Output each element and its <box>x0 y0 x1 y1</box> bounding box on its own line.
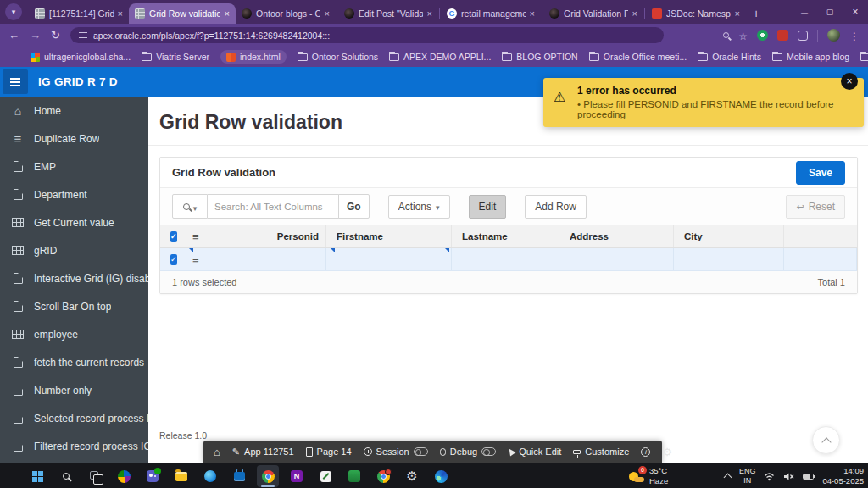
nav-menu-button[interactable] <box>3 69 28 94</box>
weather-widget[interactable]: 6 35°CHaze <box>629 466 668 486</box>
chrome-profile-button[interactable] <box>372 465 394 487</box>
zoom-icon[interactable] <box>723 32 729 38</box>
forward-button[interactable] <box>30 29 41 42</box>
clock[interactable]: 14:0904-05-2025 <box>822 466 864 486</box>
onenote-button[interactable] <box>286 465 308 487</box>
bookmark-folder[interactable]: Oracle Office meeti... <box>589 52 687 62</box>
search-input[interactable] <box>208 194 339 219</box>
back-button[interactable] <box>8 29 19 42</box>
profile-avatar[interactable] <box>827 29 840 42</box>
cell-address[interactable] <box>559 248 674 270</box>
sidebar-item-scrollbar-on-top[interactable]: Scroll Bar On top <box>0 292 148 320</box>
sidebar-item-selected-record[interactable]: Selected record process IG <box>0 404 148 432</box>
wifi-icon[interactable] <box>764 472 775 481</box>
cell-lastname[interactable] <box>452 248 559 270</box>
bookmark-folder[interactable]: Viatris Server <box>142 52 209 62</box>
sidebar-item-filtered-record[interactable]: Filtered record process IG <box>0 432 148 460</box>
extension-icon-green[interactable] <box>757 30 768 41</box>
browser-tab[interactable]: [112751:14] Grid Row <box>29 3 129 24</box>
settings-button[interactable] <box>401 465 423 487</box>
maximize-button[interactable] <box>817 0 843 24</box>
search-scope-button[interactable] <box>172 194 208 219</box>
tab-close-icon[interactable] <box>632 8 637 19</box>
actions-button[interactable]: Actions <box>388 195 450 219</box>
cell-city[interactable] <box>674 248 784 270</box>
add-row-button[interactable]: Add Row <box>525 195 587 219</box>
column-header-personid[interactable]: Personid <box>208 225 326 247</box>
minimize-button[interactable] <box>792 0 817 24</box>
sidebar-item-emp[interactable]: EMP <box>0 152 148 180</box>
sidebar-item-home[interactable]: Home <box>0 97 148 125</box>
address-bar[interactable]: apex.oracle.com/pls/apex/f?p=112751:14:6… <box>70 27 664 43</box>
alert-close-icon[interactable] <box>841 73 858 90</box>
sidebar-item-duplicate-row[interactable]: Duplicate Row <box>0 125 148 152</box>
extension-icon-red[interactable] <box>777 30 788 41</box>
search-button[interactable] <box>55 465 77 487</box>
row-menu-icon[interactable] <box>192 253 199 266</box>
sidebar-item-department[interactable]: Department <box>0 180 148 208</box>
tab-close-icon[interactable] <box>225 8 230 19</box>
browser-tab[interactable]: Ontoor blogs - One s <box>236 3 336 24</box>
sidebar-item-get-current-value[interactable]: Get Current value <box>0 208 148 236</box>
sidebar-item-number-only[interactable]: Number only <box>0 376 148 404</box>
chrome-button-active[interactable] <box>257 465 279 487</box>
tab-close-icon[interactable] <box>735 8 740 19</box>
site-settings-icon[interactable] <box>79 32 87 39</box>
browser-tab[interactable]: Edit Post "Validating <box>338 3 438 24</box>
dev-quick-edit-button[interactable]: Quick Edit <box>508 446 561 457</box>
dev-page-button[interactable]: Page 14 <box>306 446 352 457</box>
teams-button[interactable] <box>142 465 164 487</box>
language-indicator[interactable]: ENGIN <box>739 467 756 485</box>
save-button[interactable]: Save <box>796 161 845 185</box>
close-button[interactable] <box>843 0 868 24</box>
column-header-city[interactable]: City <box>674 225 784 247</box>
widgets-button[interactable] <box>113 465 135 487</box>
browser-tab[interactable]: retail management s <box>441 3 541 24</box>
tab-close-icon[interactable] <box>325 8 330 19</box>
reload-button[interactable] <box>51 29 60 42</box>
sidebar-item-grid[interactable]: gRID <box>0 236 148 264</box>
browser-tab-active[interactable]: Grid Row validation <box>129 3 236 24</box>
bookmark-folder[interactable]: Oracle Hints <box>698 52 761 62</box>
select-all-checkbox[interactable] <box>170 231 177 242</box>
grid-data-row-selected[interactable] <box>160 248 857 271</box>
bookmark-folder[interactable]: Ontoor Solutions <box>298 52 378 62</box>
scroll-to-top-button[interactable] <box>812 426 840 454</box>
start-button[interactable] <box>26 465 48 487</box>
bookmark-folder[interactable]: BLOG OPTION <box>502 52 577 62</box>
tab-search-icon[interactable] <box>5 3 22 20</box>
photos-app-button[interactable] <box>199 465 221 487</box>
go-button[interactable]: Go <box>338 194 370 219</box>
session-toggle[interactable] <box>414 447 428 456</box>
bookmark-folder[interactable]: Mobile app blog <box>772 52 849 62</box>
new-tab-button[interactable] <box>753 7 760 20</box>
dev-settings-button[interactable] <box>662 446 672 458</box>
tray-expand-icon[interactable] <box>723 474 732 482</box>
green-app-button[interactable] <box>343 465 365 487</box>
volume-muted-icon[interactable] <box>783 472 794 481</box>
dev-customize-button[interactable]: Customize <box>573 446 629 457</box>
file-explorer-button[interactable] <box>170 465 192 487</box>
sidebar-item-fetch-records[interactable]: fetch the current records <box>0 348 148 376</box>
dev-app-button[interactable]: App 112751 <box>232 446 294 458</box>
row-menu-icon[interactable] <box>192 230 199 243</box>
debug-toggle[interactable] <box>481 447 496 456</box>
bookmark-item[interactable]: ultragenicglobal.sha... <box>31 52 131 62</box>
bookmark-folder[interactable]: APEX DEMO APPLI... <box>389 52 491 62</box>
browser-tab[interactable]: Grid Validation Fix <box>543 3 643 24</box>
tab-close-icon[interactable] <box>427 8 432 19</box>
store-button[interactable] <box>228 465 250 487</box>
bookmark-item[interactable]: index.html <box>220 50 287 64</box>
column-header-firstname[interactable]: Firstname <box>326 225 452 247</box>
reset-button[interactable]: Reset <box>786 195 845 219</box>
snipping-tool-button[interactable] <box>314 465 337 487</box>
sidebar-item-employee[interactable]: employee <box>0 320 148 348</box>
cell-personid[interactable] <box>208 248 326 270</box>
tab-close-icon[interactable] <box>530 8 535 19</box>
row-checkbox[interactable] <box>170 254 177 265</box>
edge-button[interactable] <box>430 465 452 487</box>
dev-debug-button[interactable]: Debug <box>440 446 496 457</box>
browser-menu-icon[interactable] <box>849 28 860 43</box>
browser-tab[interactable]: JSDoc: Namespace: r <box>646 3 746 24</box>
dev-session-button[interactable]: Session <box>364 446 428 457</box>
